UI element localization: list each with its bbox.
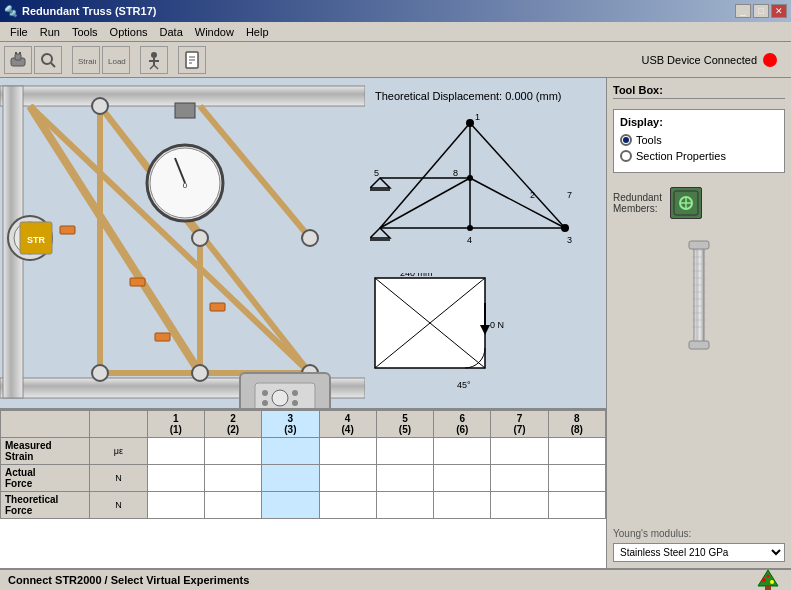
svg-text:STR: STR	[27, 235, 46, 245]
svg-rect-52	[60, 226, 75, 234]
radio-tools[interactable]	[620, 134, 632, 146]
row-label-strain: MeasuredStrain	[1, 438, 90, 465]
svg-point-108	[762, 578, 766, 582]
col-header-5: 5(5)	[376, 411, 433, 438]
table-row-theoretical: TheoreticalForce N	[1, 492, 606, 519]
svg-text:Load: Load	[108, 57, 126, 66]
app-icon: 🔩	[4, 5, 18, 18]
youngs-select[interactable]: Stainless Steel 210 GPa Aluminium 70 GPa…	[613, 543, 785, 562]
unit-actual: N	[90, 465, 147, 492]
actual-5	[376, 465, 433, 492]
load-diagram-svg: 240 mm 0 N 45°	[370, 273, 570, 403]
statusbar-text: Connect STR2000 / Select Virtual Experim…	[8, 574, 249, 586]
col-header-3: 3(3)	[262, 411, 319, 438]
maximize-button[interactable]: □	[753, 4, 769, 18]
svg-point-4	[42, 54, 52, 64]
machine-svg: 0	[0, 78, 365, 408]
strain-2	[204, 438, 261, 465]
theoretical-4	[319, 492, 376, 519]
svg-text:240 mm: 240 mm	[400, 273, 433, 278]
svg-point-40	[192, 365, 208, 381]
unit-theoretical: N	[90, 492, 147, 519]
actual-3	[262, 465, 319, 492]
toolbar-btn-1[interactable]	[4, 46, 32, 74]
table-row-strain: MeasuredStrain με	[1, 438, 606, 465]
svg-rect-91	[694, 245, 704, 345]
toolbar-btn-load[interactable]: Load	[102, 46, 130, 74]
row-label-theoretical: TheoreticalForce	[1, 492, 90, 519]
menu-tools[interactable]: Tools	[66, 24, 104, 40]
col-header-1: 1(1)	[147, 411, 204, 438]
svg-rect-54	[155, 333, 170, 341]
svg-rect-53	[130, 278, 145, 286]
usb-status: USB Device Connected	[641, 53, 787, 67]
svg-point-47	[292, 400, 298, 406]
svg-point-70	[467, 175, 473, 181]
menu-data[interactable]: Data	[154, 24, 189, 40]
rod-svg	[659, 235, 739, 365]
radio-row-tools[interactable]: Tools	[620, 134, 778, 146]
radio-row-section[interactable]: Section Properties	[620, 150, 778, 162]
close-button[interactable]: ✕	[771, 4, 787, 18]
svg-point-45	[292, 390, 298, 396]
radio-section[interactable]	[620, 150, 632, 162]
svg-line-61	[470, 178, 565, 228]
menu-options[interactable]: Options	[104, 24, 154, 40]
svg-point-69	[561, 224, 569, 232]
usb-label: USB Device Connected	[641, 54, 757, 66]
actual-7	[491, 465, 548, 492]
svg-point-38	[192, 230, 208, 246]
svg-rect-55	[210, 303, 225, 311]
svg-point-68	[466, 119, 474, 127]
theoretical-2	[204, 492, 261, 519]
radio-tools-label: Tools	[636, 134, 662, 146]
menu-help[interactable]: Help	[240, 24, 275, 40]
svg-text:Strain: Strain	[78, 57, 96, 66]
row-label-actual: ActualForce	[1, 465, 90, 492]
menu-file[interactable]: File	[4, 24, 34, 40]
toolbar-btn-strain[interactable]: Strain	[72, 46, 100, 74]
svg-rect-33	[175, 103, 195, 118]
svg-point-71	[467, 225, 473, 231]
toolbar-btn-doc[interactable]	[178, 46, 206, 74]
strain-8	[548, 438, 605, 465]
actual-2	[204, 465, 261, 492]
theoretical-3	[262, 492, 319, 519]
statusbar: Connect STR2000 / Select Virtual Experim…	[0, 568, 791, 590]
svg-rect-104	[689, 241, 709, 249]
toolbar-btn-person[interactable]	[140, 46, 168, 74]
menubar: File Run Tools Options Data Window Help	[0, 22, 791, 42]
strain-3	[262, 438, 319, 465]
svg-text:1: 1	[475, 112, 480, 122]
col-header-unit	[90, 411, 147, 438]
titlebar-title: 🔩 Redundant Truss (STR17)	[4, 5, 156, 18]
xmas-decoration	[753, 568, 783, 590]
table-row-actual: ActualForce N	[1, 465, 606, 492]
strain-7	[491, 438, 548, 465]
toolbar-btn-2[interactable]	[34, 46, 62, 74]
svg-point-48	[272, 390, 288, 406]
strain-6	[434, 438, 491, 465]
redundant-icon	[670, 187, 702, 219]
svg-point-44	[262, 390, 268, 396]
display-group-title: Display:	[620, 116, 778, 128]
usb-indicator	[763, 53, 777, 67]
svg-rect-107	[765, 586, 771, 590]
svg-text:3: 3	[567, 235, 572, 245]
menu-run[interactable]: Run	[34, 24, 66, 40]
svg-line-11	[150, 65, 154, 69]
theoretical-7	[491, 492, 548, 519]
col-header-6: 6(6)	[434, 411, 491, 438]
strain-5	[376, 438, 433, 465]
strain-4	[319, 438, 376, 465]
minimize-button[interactable]: _	[735, 4, 751, 18]
svg-point-8	[151, 52, 157, 58]
app-title: Redundant Truss (STR17)	[22, 5, 156, 17]
svg-text:2: 2	[530, 190, 535, 200]
svg-marker-66	[370, 178, 390, 188]
rod-illustration	[613, 225, 785, 522]
theoretical-1	[147, 492, 204, 519]
menu-window[interactable]: Window	[189, 24, 240, 40]
svg-text:0 N: 0 N	[490, 320, 504, 330]
col-header-2: 2(2)	[204, 411, 261, 438]
